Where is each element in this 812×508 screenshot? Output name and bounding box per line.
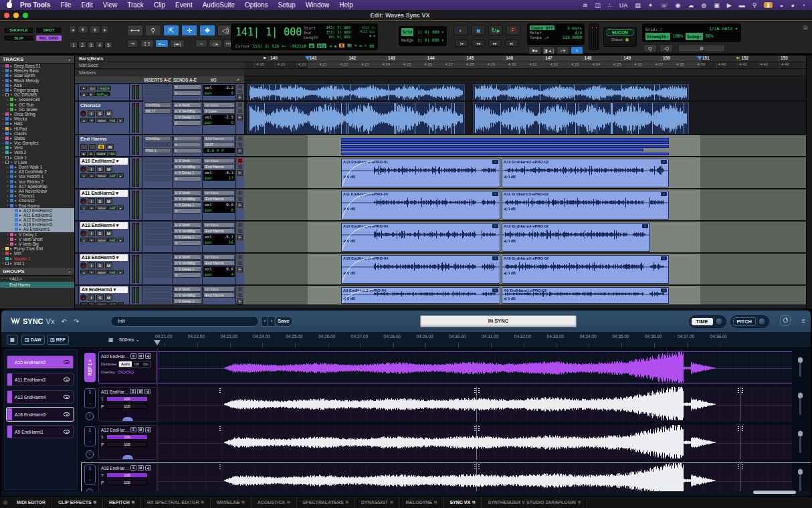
insert-PSA-1[interactable]: PSA-1 <box>144 148 171 153</box>
group-list-item[interactable]: ▪▪End Harms <box>0 282 74 288</box>
ruler-label-2[interactable]: Markers <box>75 70 244 77</box>
visibility-eye-icon[interactable] <box>64 360 70 364</box>
send-b[interactable]: bV VerbBig <box>173 164 201 169</box>
overlay-waveform-icon[interactable] <box>117 369 134 375</box>
track-list-item[interactable]: •▶Orca String <box>0 112 74 116</box>
visibility-eye-icon[interactable] <box>64 395 70 399</box>
track-list-item[interactable]: •▶Pump That Shit <box>0 246 74 251</box>
track-option-button-2[interactable] <box>237 108 243 114</box>
menu-event[interactable]: Event <box>175 1 193 9</box>
groups-panel-menu-icon[interactable]: ▾ <box>67 269 72 274</box>
track-list-item[interactable]: •▶Reecey Bass <box>0 68 74 73</box>
solo-button[interactable]: S <box>96 198 104 204</box>
pan-value[interactable]: 0 <box>231 90 233 96</box>
solo-button[interactable]: S <box>96 166 104 172</box>
edit-toolbar-button-4[interactable]: ⌁ <box>195 39 207 48</box>
selection-marker-0[interactable] <box>305 56 310 60</box>
lane-zoom-slider[interactable] <box>799 392 801 415</box>
clock-icon[interactable]: ◔ <box>802 2 805 9</box>
track-header-A9 EndHarm1[interactable]: A9 EndHarm1 ▾●ISM▲✳wavered▸····aV VerbbV… <box>75 286 244 306</box>
dock-tab-spectralayers[interactable]: SPECTRALAYERS⧉ <box>297 497 356 508</box>
send-d[interactable]: d <box>173 208 201 214</box>
lane-power-button[interactable] <box>86 489 94 491</box>
solo-button[interactable]: S <box>130 465 136 471</box>
markers-ruler[interactable] <box>244 69 806 76</box>
track-list-item[interactable]: •▶Verb 2 <box>0 150 74 155</box>
tempo-ruler-button[interactable]: ⌐▾ <box>556 46 569 54</box>
track-header-Chorus2[interactable]: Chorus2●ISM▲✳wavered▸ChnlStrpMC77aV Verb… <box>75 102 244 135</box>
volume-value[interactable]: -5.7 <box>224 234 233 240</box>
zoom-tool-3[interactable]: ▸ <box>102 25 108 33</box>
add-row-button[interactable]: + <box>237 94 243 100</box>
send-c[interactable]: cV Delay 1 <box>173 170 201 175</box>
pan-value[interactable]: 4 <box>231 272 233 277</box>
send-b[interactable]: b <box>173 142 201 147</box>
track-list-item[interactable]: •▶V Delay 1 <box>0 232 74 237</box>
user-switch-icon[interactable]: ◕ <box>791 2 794 9</box>
track-list-item[interactable]: •▶A10 EndHarm2 <box>0 208 74 213</box>
audio-clip[interactable]: A11 EndHarm3-ePRO-04≈◂) 0 dB <box>341 191 500 220</box>
spark-icon[interactable]: ✦ <box>648 2 653 9</box>
menu-view[interactable]: View <box>103 1 118 9</box>
fade-in-curve[interactable] <box>342 159 375 187</box>
track-option-button-2[interactable] <box>237 292 243 298</box>
transport-end-button[interactable]: ▸| <box>505 39 518 47</box>
lane-expand-handle[interactable] <box>122 455 133 459</box>
track-list-item[interactable]: •▶Wocka <box>0 116 74 121</box>
audio-clip[interactable]: A10 EndHarm2-ePRO-02≈◂) 0 dB <box>502 159 669 187</box>
mute-button[interactable]: M <box>105 198 112 204</box>
zoom-preset-5[interactable]: 5 <box>104 41 112 48</box>
send-c[interactable]: c <box>173 148 201 153</box>
input-monitor-button[interactable]: I <box>88 230 95 236</box>
track-option-button-1[interactable] <box>237 136 243 141</box>
track-header-A11 EndHarm3[interactable]: A11 EndHarm3 ▾●ISM▲✳wavered▸····aV Verbb… <box>75 189 244 222</box>
plugin-list-view-icon[interactable]: ▤ <box>7 335 18 345</box>
track-lane-A10 EndHarm2[interactable]: A10 EndHarm2-ePRO-01≈◂) 0 dBA10 EndHarm2… <box>244 157 806 189</box>
mute-button[interactable]: M <box>105 294 112 301</box>
fade-in-curve[interactable] <box>342 224 375 251</box>
spot-mode-button[interactable]: SPOT <box>35 27 62 33</box>
send-c[interactable]: cV Delay 1 <box>173 202 201 207</box>
transport-rewind-button[interactable]: ◂◂ <box>472 39 485 47</box>
plugin-menu-icon[interactable]: ≡ <box>801 317 805 325</box>
insert-ChnlStrp[interactable]: ChnlStrp <box>144 102 171 108</box>
record-arm-button[interactable]: ● <box>80 166 86 172</box>
monitor-button[interactable]: ◂) <box>145 465 151 471</box>
track-name[interactable]: A11 EndHarm3 ▾ <box>80 190 128 197</box>
quantize-button[interactable]: Q <box>643 44 657 52</box>
marker-flag-140[interactable]: ⚑ <box>263 56 267 61</box>
visibility-eye-icon[interactable] <box>64 377 70 382</box>
audio-clip[interactable]: A9 EndHarm1-ePRO-02≈◂) 0 dB <box>502 287 669 304</box>
track-list-item[interactable]: •▶Kick <box>0 83 74 88</box>
track-list-item[interactable]: •▶GC Sub <box>0 102 74 107</box>
edit-toolbar-button-5[interactable]: ◇▸ <box>209 39 222 48</box>
dock-tab-midi-editor[interactable]: MIDI EDITOR <box>11 497 52 508</box>
preset-field[interactable]: Init <box>110 316 259 327</box>
time-amount-slider[interactable]: 100 <box>106 434 148 440</box>
clip-gain-badge[interactable]: ◂) 0 dB <box>504 271 516 275</box>
track-list-item[interactable]: •▶A18 EndHarm5 <box>0 222 74 227</box>
globe-icon[interactable]: ◍ <box>701 2 706 9</box>
send-b[interactable]: bV VerbBig <box>173 108 201 114</box>
track-option-button-2[interactable] <box>237 90 243 94</box>
send-d[interactable]: d <box>173 176 201 181</box>
minsec-ruler[interactable]: 4:184:194:204:214:224:234:244:254:264:27… <box>244 62 806 69</box>
time-control[interactable]: TIME <box>689 315 726 328</box>
track-name[interactable]: A9 EndHarm1 ▾ <box>80 286 128 293</box>
trim-tool[interactable]: ⟷ <box>127 25 143 36</box>
record-arm-button[interactable]: ● <box>80 294 86 301</box>
send-c[interactable]: cV Delay 1 <box>173 234 201 240</box>
dock-tab-rx-spectral-editor[interactable]: RX SPECTRAL EDITOR⧉ <box>141 497 211 508</box>
audio-clip[interactable]: A12 EndHarm4-ePRO-02≈◂) 0 dB <box>502 223 650 252</box>
smart-tool[interactable]: ✥ <box>199 25 215 36</box>
mute-button[interactable]: M <box>138 465 144 471</box>
fade-in-curve[interactable] <box>342 256 375 283</box>
weather-icon[interactable]: ≋ <box>583 2 588 9</box>
audio-clip[interactable]: A12 EndHarm4-ePRO-04≈◂) 0 dB <box>341 223 500 252</box>
clip-gain-badge[interactable]: ◂) 0 dB <box>504 239 516 243</box>
track-list-item[interactable]: •▶Stabs <box>0 136 74 141</box>
track-name[interactable]: A12 EndHarm4 ▾ <box>80 222 128 229</box>
time-button[interactable]: TIME <box>692 318 713 325</box>
lane-zoom-slider[interactable] <box>799 357 801 377</box>
dock-tab-clip-effects[interactable]: CLIP EFFECTS⧉ <box>52 497 103 508</box>
